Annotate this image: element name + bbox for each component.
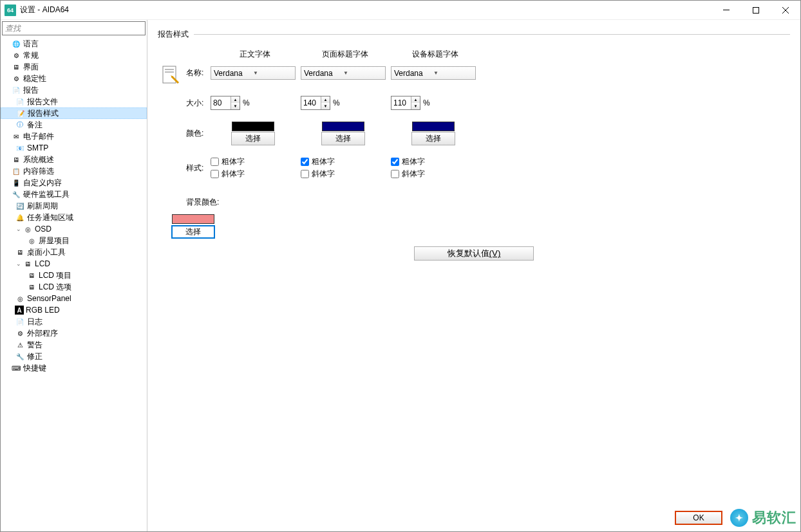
italic-page-checkbox[interactable] bbox=[301, 170, 309, 178]
size-page-input[interactable] bbox=[301, 96, 321, 109]
tree-lcd-items[interactable]: 🖥LCD 项目 bbox=[1, 270, 147, 281]
maximize-button[interactable] bbox=[741, 1, 771, 20]
ok-button[interactable]: OK bbox=[675, 511, 722, 525]
size-device-spinner[interactable]: ▲▼ bbox=[391, 96, 420, 110]
font-device-dropdown[interactable]: Verdana▼ bbox=[391, 66, 476, 80]
tree-lcd-options[interactable]: 🖥LCD 选项 bbox=[1, 281, 147, 293]
size-body-input[interactable] bbox=[211, 96, 231, 109]
dropdown-value: Verdana bbox=[304, 69, 343, 78]
lcdopt-icon: 🖥 bbox=[26, 282, 37, 292]
tree-label: 内容筛选 bbox=[23, 166, 54, 177]
tree-general[interactable]: ⚙常规 bbox=[1, 50, 147, 61]
tree-label: 自定义内容 bbox=[23, 178, 62, 188]
tree-log[interactable]: 📄日志 bbox=[1, 316, 147, 327]
file-icon: 📄 bbox=[15, 96, 25, 107]
svg-rect-0 bbox=[723, 10, 730, 10]
tree-email[interactable]: ✉电子邮件 bbox=[1, 131, 147, 142]
tree-label: 报告文件 bbox=[27, 96, 58, 107]
tree-fix[interactable]: 🔧修正 bbox=[1, 351, 147, 362]
font-body-dropdown[interactable]: Verdana▼ bbox=[211, 66, 296, 80]
col-device-header: 设备标题字体 bbox=[391, 46, 480, 65]
tree-hotkey[interactable]: ⌨快捷键 bbox=[1, 362, 147, 374]
tree-alert[interactable]: ⚠警告 bbox=[1, 339, 147, 351]
tree-refresh[interactable]: 🔄刷新周期 bbox=[1, 200, 147, 212]
svg-rect-1 bbox=[753, 7, 759, 13]
bold-page-checkbox[interactable] bbox=[301, 158, 309, 166]
tree-remarks[interactable]: ⓘ备注 bbox=[1, 119, 147, 131]
spin-down[interactable]: ▼ bbox=[321, 103, 330, 109]
style-icon: 📝 bbox=[15, 108, 26, 118]
spin-down[interactable]: ▼ bbox=[411, 103, 420, 109]
percent-label: % bbox=[423, 98, 430, 107]
bg-select-button[interactable]: 选择 bbox=[171, 225, 215, 239]
size-device-input[interactable] bbox=[391, 96, 411, 109]
tree-stability[interactable]: ⚙稳定性 bbox=[1, 73, 147, 84]
spin-down[interactable]: ▼ bbox=[231, 103, 240, 109]
check-label: 斜体字 bbox=[221, 169, 245, 179]
app-icon: 64 bbox=[5, 5, 16, 16]
tree-interface[interactable]: 🖥界面 bbox=[1, 61, 147, 73]
chevron-down-icon[interactable]: ⌄ bbox=[15, 261, 23, 267]
italic-body-checkbox[interactable] bbox=[211, 170, 219, 178]
tree-contentfilter[interactable]: 📋内容筛选 bbox=[1, 165, 147, 177]
tree-label: 稳定性 bbox=[23, 73, 46, 84]
tree-osd-items[interactable]: ◎屏显项目 bbox=[1, 235, 147, 246]
color-page-select-button[interactable]: 选择 bbox=[321, 132, 365, 145]
bold-body-checkbox[interactable] bbox=[211, 158, 219, 166]
hwmon-icon: 🔧 bbox=[11, 189, 21, 199]
tree-external[interactable]: ⚙外部程序 bbox=[1, 327, 147, 339]
tree-customcontent[interactable]: 📱自定义内容 bbox=[1, 177, 147, 188]
tree-label: 外部程序 bbox=[27, 328, 58, 339]
osd-icon: ◎ bbox=[23, 224, 33, 234]
tree-lcd[interactable]: ⌄🖥LCD bbox=[1, 258, 147, 270]
minimize-button[interactable] bbox=[711, 1, 741, 20]
dropdown-value: Verdana bbox=[214, 69, 253, 78]
col-body-header: 正文字体 bbox=[211, 46, 299, 65]
tree-label: 电子邮件 bbox=[23, 131, 54, 142]
rgb-icon: A bbox=[15, 306, 24, 315]
tree-label: 刷新周期 bbox=[27, 201, 58, 212]
tree-rgbled[interactable]: ARGB LED bbox=[1, 304, 147, 316]
tree-osd[interactable]: ⌄◎OSD bbox=[1, 223, 147, 235]
tree-report-style[interactable]: 📝报告样式 bbox=[1, 107, 147, 119]
italic-device-checkbox[interactable] bbox=[391, 170, 399, 178]
spin-up[interactable]: ▲ bbox=[231, 96, 240, 103]
size-body-spinner[interactable]: ▲▼ bbox=[211, 96, 240, 110]
tree-label: 屏显项目 bbox=[39, 235, 70, 246]
check-label: 斜体字 bbox=[402, 169, 425, 179]
spin-up[interactable]: ▲ bbox=[321, 96, 330, 103]
tree-gadget[interactable]: 🖥桌面小工具 bbox=[1, 246, 147, 258]
bold-device-checkbox[interactable] bbox=[391, 158, 399, 166]
row-name-label: 名称: bbox=[158, 68, 209, 78]
tree-smtp[interactable]: 📧SMTP bbox=[1, 142, 147, 154]
close-button[interactable] bbox=[771, 1, 800, 20]
spin-up[interactable]: ▲ bbox=[411, 96, 420, 103]
report-icon: 📄 bbox=[11, 85, 21, 95]
tree-report-file[interactable]: 📄报告文件 bbox=[1, 96, 147, 107]
bg-color-swatch bbox=[172, 214, 214, 224]
tree-tasknotify[interactable]: 🔔任务通知区域 bbox=[1, 212, 147, 223]
tree-label: 快捷键 bbox=[23, 363, 46, 374]
tree-label: 任务通知区域 bbox=[27, 212, 73, 223]
refresh-icon: 🔄 bbox=[15, 201, 25, 211]
search-input[interactable]: 查找 bbox=[2, 21, 146, 35]
color-page-swatch bbox=[322, 122, 364, 131]
tree-hwmon[interactable]: 🔧硬件监视工具 bbox=[1, 188, 147, 200]
restore-defaults-button[interactable]: 恢复默认值(V) bbox=[414, 246, 534, 261]
chevron-down-icon[interactable]: ⌄ bbox=[15, 226, 23, 232]
keyboard-icon: ⌨ bbox=[11, 363, 21, 373]
size-page-spinner[interactable]: ▲▼ bbox=[301, 96, 330, 110]
color-device-select-button[interactable]: 选择 bbox=[411, 132, 455, 145]
gear2-icon: ⚙ bbox=[11, 73, 21, 84]
tree-sysoverview[interactable]: 🖥系统概述 bbox=[1, 154, 147, 165]
tree-language[interactable]: 🌐语言 bbox=[1, 38, 147, 50]
color-body-select-button[interactable]: 选择 bbox=[231, 132, 275, 145]
tree-label: RGB LED bbox=[26, 306, 60, 315]
tree-sensorpanel[interactable]: ◎SensorPanel bbox=[1, 293, 147, 304]
font-page-dropdown[interactable]: Verdana▼ bbox=[301, 66, 386, 80]
tree-label: LCD 项目 bbox=[39, 270, 71, 281]
check-label: 斜体字 bbox=[312, 169, 335, 179]
section-title: 报告样式 bbox=[158, 29, 189, 40]
sensor-icon: ◎ bbox=[15, 293, 25, 304]
tree-report[interactable]: 📄报告 bbox=[1, 84, 147, 96]
